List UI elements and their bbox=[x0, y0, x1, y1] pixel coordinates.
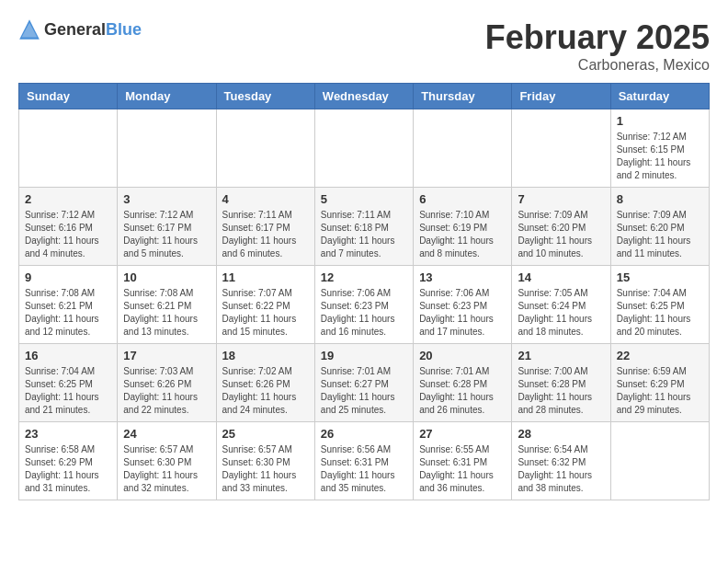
title-area: February 2025 Carboneras, Mexico bbox=[485, 18, 710, 74]
week-row-5: 23Sunrise: 6:58 AM Sunset: 6:29 PM Dayli… bbox=[19, 422, 710, 500]
calendar-cell: 22Sunrise: 6:59 AM Sunset: 6:29 PM Dayli… bbox=[610, 344, 709, 422]
day-info: Sunrise: 6:56 AM Sunset: 6:31 PM Dayligh… bbox=[321, 443, 407, 495]
calendar-cell: 14Sunrise: 7:05 AM Sunset: 6:24 PM Dayli… bbox=[512, 266, 610, 344]
day-info: Sunrise: 7:01 AM Sunset: 6:27 PM Dayligh… bbox=[321, 365, 407, 417]
day-number: 5 bbox=[321, 192, 407, 206]
col-header-friday: Friday bbox=[512, 84, 610, 109]
calendar-cell: 21Sunrise: 7:00 AM Sunset: 6:28 PM Dayli… bbox=[512, 344, 610, 422]
day-number: 18 bbox=[222, 349, 309, 362]
day-number: 3 bbox=[123, 192, 210, 206]
subtitle: Carboneras, Mexico bbox=[485, 57, 710, 74]
day-number: 21 bbox=[518, 349, 604, 362]
logo-text-blue: Blue bbox=[106, 20, 142, 39]
day-info: Sunrise: 7:09 AM Sunset: 6:20 PM Dayligh… bbox=[518, 209, 604, 260]
day-info: Sunrise: 6:58 AM Sunset: 6:29 PM Dayligh… bbox=[25, 443, 111, 495]
day-number: 20 bbox=[419, 349, 506, 362]
logo-icon bbox=[18, 18, 40, 40]
calendar-cell: 25Sunrise: 6:57 AM Sunset: 6:30 PM Dayli… bbox=[216, 422, 314, 500]
day-info: Sunrise: 6:59 AM Sunset: 6:29 PM Dayligh… bbox=[617, 365, 703, 417]
calendar-cell: 3Sunrise: 7:12 AM Sunset: 6:17 PM Daylig… bbox=[118, 188, 216, 266]
calendar-cell: 6Sunrise: 7:10 AM Sunset: 6:19 PM Daylig… bbox=[414, 188, 512, 266]
day-info: Sunrise: 7:00 AM Sunset: 6:28 PM Dayligh… bbox=[518, 365, 604, 417]
calendar-cell: 12Sunrise: 7:06 AM Sunset: 6:23 PM Dayli… bbox=[314, 266, 413, 344]
day-number: 4 bbox=[222, 192, 309, 206]
calendar-cell bbox=[216, 109, 314, 188]
day-info: Sunrise: 7:08 AM Sunset: 6:21 PM Dayligh… bbox=[25, 287, 111, 339]
calendar-cell: 18Sunrise: 7:02 AM Sunset: 6:26 PM Dayli… bbox=[216, 344, 314, 422]
day-number: 15 bbox=[617, 270, 703, 284]
calendar-cell: 9Sunrise: 7:08 AM Sunset: 6:21 PM Daylig… bbox=[19, 266, 118, 344]
day-number: 9 bbox=[25, 270, 111, 284]
week-row-2: 2Sunrise: 7:12 AM Sunset: 6:16 PM Daylig… bbox=[19, 188, 710, 266]
main-title: February 2025 bbox=[485, 18, 710, 57]
day-number: 13 bbox=[419, 270, 506, 284]
day-number: 7 bbox=[518, 192, 604, 206]
day-number: 14 bbox=[518, 270, 604, 284]
calendar-cell: 27Sunrise: 6:55 AM Sunset: 6:31 PM Dayli… bbox=[414, 422, 512, 500]
day-number: 10 bbox=[123, 270, 210, 284]
day-number: 23 bbox=[25, 427, 111, 441]
calendar-cell: 26Sunrise: 6:56 AM Sunset: 6:31 PM Dayli… bbox=[314, 422, 413, 500]
day-number: 12 bbox=[321, 270, 407, 284]
calendar-cell bbox=[610, 422, 709, 500]
day-info: Sunrise: 6:57 AM Sunset: 6:30 PM Dayligh… bbox=[123, 443, 210, 495]
col-header-tuesday: Tuesday bbox=[216, 84, 314, 109]
calendar-cell bbox=[512, 109, 610, 188]
day-info: Sunrise: 7:04 AM Sunset: 6:25 PM Dayligh… bbox=[617, 287, 703, 339]
day-info: Sunrise: 7:09 AM Sunset: 6:20 PM Dayligh… bbox=[617, 209, 703, 260]
day-number: 1 bbox=[617, 114, 703, 128]
calendar-cell: 15Sunrise: 7:04 AM Sunset: 6:25 PM Dayli… bbox=[610, 266, 709, 344]
day-number: 22 bbox=[617, 349, 703, 362]
day-info: Sunrise: 7:12 AM Sunset: 6:16 PM Dayligh… bbox=[25, 209, 111, 260]
day-info: Sunrise: 7:10 AM Sunset: 6:19 PM Dayligh… bbox=[419, 209, 506, 260]
day-number: 28 bbox=[518, 427, 604, 441]
day-info: Sunrise: 7:01 AM Sunset: 6:28 PM Dayligh… bbox=[419, 365, 506, 417]
day-info: Sunrise: 7:11 AM Sunset: 6:17 PM Dayligh… bbox=[222, 209, 309, 260]
calendar-cell: 23Sunrise: 6:58 AM Sunset: 6:29 PM Dayli… bbox=[19, 422, 118, 500]
day-number: 25 bbox=[222, 427, 309, 441]
col-header-saturday: Saturday bbox=[610, 84, 709, 109]
day-number: 26 bbox=[321, 427, 407, 441]
calendar-cell: 4Sunrise: 7:11 AM Sunset: 6:17 PM Daylig… bbox=[216, 188, 314, 266]
calendar-cell: 11Sunrise: 7:07 AM Sunset: 6:22 PM Dayli… bbox=[216, 266, 314, 344]
logo-text-general: General bbox=[44, 20, 106, 39]
day-number: 24 bbox=[123, 427, 210, 441]
calendar-cell: 8Sunrise: 7:09 AM Sunset: 6:20 PM Daylig… bbox=[610, 188, 709, 266]
calendar-cell: 16Sunrise: 7:04 AM Sunset: 6:25 PM Dayli… bbox=[19, 344, 118, 422]
week-row-3: 9Sunrise: 7:08 AM Sunset: 6:21 PM Daylig… bbox=[19, 266, 710, 344]
day-info: Sunrise: 7:06 AM Sunset: 6:23 PM Dayligh… bbox=[321, 287, 407, 339]
calendar-cell: 17Sunrise: 7:03 AM Sunset: 6:26 PM Dayli… bbox=[118, 344, 216, 422]
week-row-4: 16Sunrise: 7:04 AM Sunset: 6:25 PM Dayli… bbox=[19, 344, 710, 422]
week-row-1: 1Sunrise: 7:12 AM Sunset: 6:15 PM Daylig… bbox=[19, 109, 710, 188]
calendar-cell: 24Sunrise: 6:57 AM Sunset: 6:30 PM Dayli… bbox=[118, 422, 216, 500]
day-info: Sunrise: 6:54 AM Sunset: 6:32 PM Dayligh… bbox=[518, 443, 604, 495]
calendar-header-row: SundayMondayTuesdayWednesdayThursdayFrid… bbox=[19, 84, 710, 109]
calendar-cell: 20Sunrise: 7:01 AM Sunset: 6:28 PM Dayli… bbox=[414, 344, 512, 422]
calendar-cell: 10Sunrise: 7:08 AM Sunset: 6:21 PM Dayli… bbox=[118, 266, 216, 344]
day-info: Sunrise: 7:12 AM Sunset: 6:17 PM Dayligh… bbox=[123, 209, 210, 260]
day-info: Sunrise: 7:03 AM Sunset: 6:26 PM Dayligh… bbox=[123, 365, 210, 417]
day-info: Sunrise: 7:04 AM Sunset: 6:25 PM Dayligh… bbox=[25, 365, 111, 417]
calendar-cell bbox=[118, 109, 216, 188]
day-info: Sunrise: 7:02 AM Sunset: 6:26 PM Dayligh… bbox=[222, 365, 309, 417]
day-info: Sunrise: 7:07 AM Sunset: 6:22 PM Dayligh… bbox=[222, 287, 309, 339]
day-info: Sunrise: 7:08 AM Sunset: 6:21 PM Dayligh… bbox=[123, 287, 210, 339]
calendar-cell bbox=[314, 109, 413, 188]
day-number: 16 bbox=[25, 349, 111, 362]
header: GeneralBlue February 2025 Carboneras, Me… bbox=[18, 18, 710, 74]
day-info: Sunrise: 6:55 AM Sunset: 6:31 PM Dayligh… bbox=[419, 443, 506, 495]
day-number: 8 bbox=[617, 192, 703, 206]
calendar-cell: 5Sunrise: 7:11 AM Sunset: 6:18 PM Daylig… bbox=[314, 188, 413, 266]
col-header-wednesday: Wednesday bbox=[314, 84, 413, 109]
svg-marker-1 bbox=[22, 23, 38, 38]
calendar-cell: 1Sunrise: 7:12 AM Sunset: 6:15 PM Daylig… bbox=[610, 109, 709, 188]
day-info: Sunrise: 6:57 AM Sunset: 6:30 PM Dayligh… bbox=[222, 443, 309, 495]
day-number: 11 bbox=[222, 270, 309, 284]
day-number: 27 bbox=[419, 427, 506, 441]
day-info: Sunrise: 7:11 AM Sunset: 6:18 PM Dayligh… bbox=[321, 209, 407, 260]
day-number: 19 bbox=[321, 349, 407, 362]
calendar-cell: 28Sunrise: 6:54 AM Sunset: 6:32 PM Dayli… bbox=[512, 422, 610, 500]
day-info: Sunrise: 7:06 AM Sunset: 6:23 PM Dayligh… bbox=[419, 287, 506, 339]
col-header-thursday: Thursday bbox=[414, 84, 512, 109]
calendar-cell: 19Sunrise: 7:01 AM Sunset: 6:27 PM Dayli… bbox=[314, 344, 413, 422]
